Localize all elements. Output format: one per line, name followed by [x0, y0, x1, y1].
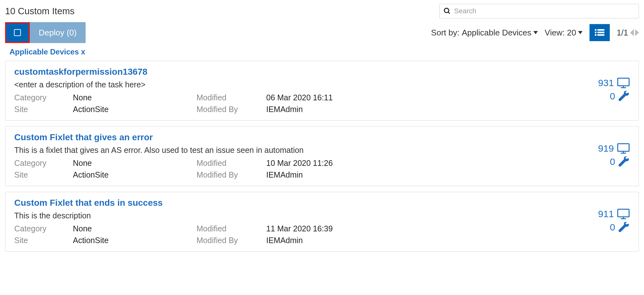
modified-by-label: Modified By — [196, 170, 266, 179]
category-label: Category — [14, 93, 73, 102]
wrench-icon — [618, 222, 630, 233]
monitor-icon — [617, 209, 630, 219]
modified-label: Modified — [196, 159, 266, 168]
search-input[interactable] — [454, 7, 635, 15]
category-value: None — [73, 224, 196, 233]
list-item: customtaskforpermission13678 <enter a de… — [5, 61, 639, 121]
category-label: Category — [14, 224, 73, 233]
svg-rect-4 — [595, 29, 596, 31]
svg-rect-9 — [597, 34, 604, 36]
monitor-icon — [617, 143, 630, 154]
modified-by-value: IEMAdmin — [266, 236, 598, 245]
svg-marker-3 — [578, 31, 583, 34]
list-view-button[interactable] — [589, 24, 610, 41]
item-description: This is a fixlet that gives an AS error.… — [14, 146, 598, 155]
chevron-down-icon — [578, 31, 583, 34]
list-item: Custom Fixlet that gives an error This i… — [5, 126, 639, 186]
item-title-link[interactable]: Custom Fixlet that gives an error — [14, 132, 598, 142]
svg-marker-2 — [533, 31, 538, 34]
modified-by-value: IEMAdmin — [266, 105, 598, 114]
select-all-checkbox[interactable] — [5, 22, 30, 43]
applicable-devices-count[interactable]: 911 — [598, 209, 630, 219]
modified-by-value: IEMAdmin — [266, 170, 598, 179]
modified-by-label: Modified By — [196, 105, 266, 114]
modified-value: 10 Mar 2020 11:26 — [266, 159, 598, 168]
site-label: Site — [14, 170, 73, 179]
svg-rect-18 — [618, 209, 629, 217]
modified-value: 06 Mar 2020 16:11 — [266, 93, 598, 102]
site-label: Site — [14, 236, 73, 245]
site-value: ActionSite — [73, 170, 196, 179]
svg-rect-7 — [597, 32, 604, 33]
filter-chip-applicable-devices[interactable]: Applicable Devices x — [10, 47, 85, 56]
svg-rect-12 — [618, 78, 629, 86]
applicable-devices-count[interactable]: 919 — [598, 143, 630, 154]
device-count-value: 911 — [598, 209, 614, 219]
view-value: 20 — [567, 28, 576, 38]
site-value: ActionSite — [73, 236, 196, 245]
svg-rect-5 — [597, 29, 604, 31]
item-description: This is the description — [14, 211, 598, 220]
deploy-button-label: Deploy (0) — [39, 28, 77, 38]
action-count-value: 0 — [610, 91, 615, 102]
svg-rect-8 — [595, 34, 596, 36]
monitor-icon — [617, 78, 630, 88]
category-value: None — [73, 93, 196, 102]
view-count-dropdown[interactable]: View: 20 — [545, 28, 583, 38]
svg-marker-10 — [630, 29, 634, 36]
svg-marker-11 — [635, 29, 639, 36]
modified-by-label: Modified By — [196, 236, 266, 245]
page-indicator: 1/1 — [617, 28, 639, 38]
device-count-value: 919 — [598, 143, 614, 154]
category-label: Category — [14, 159, 73, 168]
item-description: <enter a description of the task here> — [14, 80, 598, 89]
site-label: Site — [14, 105, 73, 114]
sort-by-value: Applicable Devices — [462, 28, 531, 38]
checkbox-icon — [14, 29, 21, 36]
sort-by-label: Sort by: — [431, 28, 460, 38]
modified-label: Modified — [196, 224, 266, 233]
item-title-link[interactable]: Custom Fixlet that ends in success — [14, 198, 598, 208]
actions-count[interactable]: 0 — [610, 156, 630, 167]
device-count-value: 931 — [598, 78, 614, 88]
svg-rect-6 — [595, 32, 596, 33]
svg-line-1 — [448, 12, 450, 14]
view-label: View: — [545, 28, 565, 38]
page-title: 10 Custom Items — [5, 6, 74, 16]
wrench-icon — [618, 156, 630, 167]
actions-count[interactable]: 0 — [610, 91, 630, 102]
action-count-value: 0 — [610, 222, 615, 233]
applicable-devices-count[interactable]: 931 — [598, 78, 630, 88]
item-title-link[interactable]: customtaskforpermission13678 — [14, 67, 598, 77]
svg-point-0 — [444, 8, 449, 13]
actions-count[interactable]: 0 — [610, 222, 630, 233]
svg-rect-15 — [618, 144, 629, 151]
page-indicator-text: 1/1 — [617, 28, 628, 38]
site-value: ActionSite — [73, 105, 196, 114]
modified-label: Modified — [196, 93, 266, 102]
search-icon — [443, 7, 451, 15]
deploy-button[interactable]: Deploy (0) — [30, 22, 86, 43]
prev-page-button[interactable] — [630, 29, 634, 36]
category-value: None — [73, 159, 196, 168]
chevron-down-icon — [533, 31, 538, 34]
search-box[interactable] — [439, 4, 639, 18]
action-count-value: 0 — [610, 156, 615, 167]
sort-by-dropdown[interactable]: Sort by: Applicable Devices — [431, 28, 538, 38]
wrench-icon — [618, 91, 630, 102]
list-icon — [595, 29, 604, 36]
modified-value: 11 Mar 2020 16:39 — [266, 224, 598, 233]
list-item: Custom Fixlet that ends in success This … — [5, 192, 639, 252]
next-page-button[interactable] — [634, 29, 639, 36]
